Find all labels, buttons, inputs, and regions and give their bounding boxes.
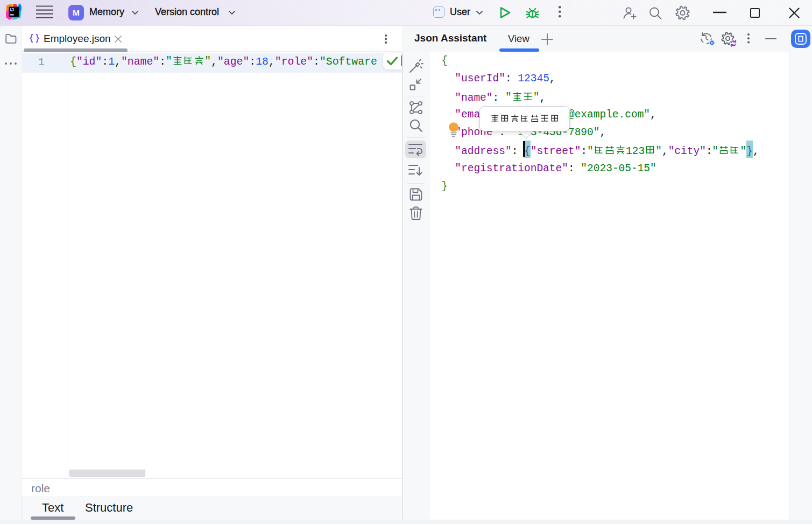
svg-text:IJ: IJ [10, 7, 14, 12]
